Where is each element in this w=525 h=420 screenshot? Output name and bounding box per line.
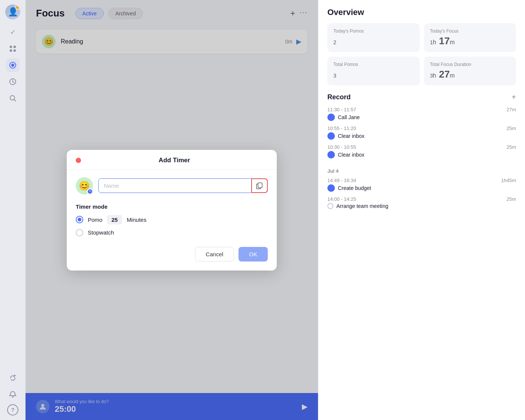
stopwatch-radio-row: Stopwatch [76, 229, 268, 236]
sidebar-grid-icon[interactable] [6, 42, 20, 55]
record-time-4: 14:00 - 14:25 [327, 196, 356, 202]
record-item-4: 14:00 - 14:25 25m Arrange team meeting [327, 196, 516, 209]
ok-button[interactable]: OK [238, 247, 268, 262]
record-item-3: 14:49 - 16:34 1h45m Create budget [327, 178, 516, 192]
record-item-1: 10:55 - 11:20 25m Clear inbox [327, 126, 516, 140]
record-task-4: Arrange team meeting [336, 203, 388, 209]
stat-today-focus: Today's Focus 1h 17m [424, 23, 516, 52]
modal-actions: Cancel OK [76, 247, 268, 262]
svg-point-9 [10, 96, 15, 100]
stats-grid: Today's Pomos 2 Today's Focus 1h 17m Tot… [327, 23, 516, 85]
stat-total-pomos: Total Pomos 3 [327, 57, 420, 85]
sidebar-bell-icon[interactable] [6, 388, 20, 401]
record-icon-1 [327, 132, 335, 140]
stopwatch-radio-button[interactable] [76, 229, 83, 236]
record-header: Record + [327, 93, 516, 102]
modal-name-row: 😊 ✎ [76, 177, 268, 194]
record-icon-0 [327, 114, 335, 121]
stat-today-focus-value: 1h 17m [430, 35, 510, 47]
stat-total-focus: Total Focus Duration 3h 27m [424, 57, 516, 85]
overview-title: Overview [327, 7, 516, 17]
avatar[interactable]: 👤 [5, 4, 20, 19]
record-duration-0: 27m [507, 107, 516, 112]
record-icon-3 [327, 184, 335, 192]
pomo-radio-button[interactable] [76, 216, 83, 223]
record-duration-3: 1h45m [501, 178, 516, 183]
stat-total-focus-label: Total Focus Duration [430, 62, 510, 67]
sidebar-check-icon[interactable]: ✓ [6, 25, 20, 39]
svg-rect-1 [14, 46, 16, 48]
stopwatch-label: Stopwatch [88, 229, 114, 236]
stat-today-pomos-label: Today's Pomos [333, 28, 414, 34]
timer-mode-label: Timer mode [76, 203, 268, 210]
svg-line-10 [14, 100, 16, 101]
right-panel: Overview Today's Pomos 2 Today's Focus 1… [318, 0, 525, 420]
modal-avatar-edit-icon: ✎ [87, 188, 93, 194]
timer-name-input[interactable] [98, 178, 268, 193]
modal-titlebar: Add Timer [67, 150, 277, 170]
record-item-0: 11:30 - 11:57 27m Call Jane [327, 107, 516, 121]
minutes-label: Minutes [127, 217, 147, 223]
record-dot-4 [327, 203, 333, 209]
svg-rect-2 [10, 49, 12, 52]
stat-today-pomos-value: 2 [333, 35, 414, 47]
cancel-button[interactable]: Cancel [195, 247, 234, 262]
record-add-button[interactable]: + [512, 93, 516, 102]
record-time-3: 14:49 - 16:34 [327, 178, 356, 183]
left-panel: Focus Active Archived + ··· 😊 Reading 0m… [26, 0, 318, 420]
sidebar-search-icon[interactable] [6, 91, 20, 105]
avatar-badge [15, 4, 20, 10]
record-time-1: 10:55 - 11:20 [327, 126, 356, 131]
stat-total-pomos-label: Total Pomos [333, 62, 414, 67]
stat-total-pomos-value: 3 [333, 69, 414, 80]
svg-line-8 [13, 82, 14, 83]
svg-rect-0 [10, 46, 12, 48]
record-duration-2: 25m [507, 144, 516, 150]
date-divider-jul4: Jul 4 [327, 168, 516, 174]
record-task-1: Clear inbox [338, 133, 364, 139]
record-title: Record [327, 93, 351, 101]
record-item-2: 10:30 - 10:55 25m Clear inbox [327, 144, 516, 158]
sidebar-clock-icon[interactable] [6, 75, 20, 88]
svg-point-15 [329, 115, 333, 119]
record-icon-2 [327, 151, 335, 158]
sidebar-sync-icon[interactable] [6, 371, 20, 385]
sidebar-focus-icon[interactable] [6, 58, 20, 72]
main-area: Focus Active Archived + ··· 😊 Reading 0m… [26, 0, 525, 420]
record-time-0: 11:30 - 11:57 [327, 107, 356, 112]
modal-body: 😊 ✎ Tim [67, 170, 277, 271]
svg-point-18 [329, 186, 333, 190]
record-task-3: Create budget [338, 185, 371, 191]
pomo-radio-row: Pomo 25 Minutes [76, 215, 268, 224]
add-timer-modal: Add Timer 😊 ✎ [67, 150, 277, 271]
sidebar: 👤 ✓ [0, 0, 26, 420]
record-duration-1: 25m [507, 126, 516, 131]
svg-point-17 [329, 153, 333, 157]
modal-title: Add Timer [81, 157, 268, 164]
sidebar-help-icon[interactable]: ? [7, 404, 18, 416]
modal-copy-button[interactable] [251, 178, 268, 193]
pomo-label: Pomo [88, 217, 102, 223]
record-time-2: 10:30 - 10:55 [327, 144, 356, 150]
svg-rect-12 [258, 183, 262, 188]
record-task-2: Clear inbox [338, 152, 364, 158]
pomo-minutes-badge: 25 [107, 215, 122, 224]
record-duration-4: 25m [507, 196, 516, 202]
svg-point-5 [11, 64, 14, 67]
stat-today-focus-label: Today's Focus [430, 28, 510, 34]
modal-avatar[interactable]: 😊 ✎ [76, 177, 93, 194]
svg-point-16 [329, 134, 333, 138]
record-task-0: Call Jane [338, 114, 360, 120]
stat-today-pomos: Today's Pomos 2 [327, 23, 420, 52]
modal-overlay: Add Timer 😊 ✎ [26, 0, 318, 420]
svg-rect-3 [14, 49, 16, 52]
modal-close-button[interactable] [76, 158, 81, 163]
stat-total-focus-value: 3h 27m [430, 69, 510, 80]
modal-name-input-wrap [98, 178, 268, 193]
